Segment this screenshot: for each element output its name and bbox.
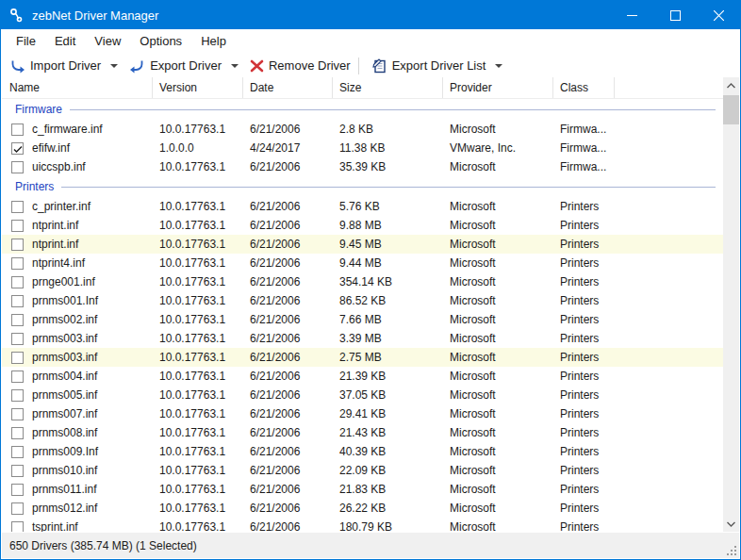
scroll-up-icon[interactable] bbox=[723, 77, 739, 93]
column-header-class[interactable]: Class bbox=[553, 77, 615, 98]
menu-file[interactable]: File bbox=[7, 29, 45, 54]
remove-driver-button[interactable]: Remove Driver bbox=[246, 55, 353, 77]
driver-name: c_firmware.inf bbox=[32, 120, 103, 139]
cell-version: 1.0.0.0 bbox=[153, 139, 243, 157]
row-checkbox[interactable] bbox=[11, 239, 24, 251]
cell-class: Printers bbox=[553, 272, 615, 291]
row-checkbox[interactable] bbox=[11, 502, 24, 515]
cell-size: 86.52 KB bbox=[333, 291, 443, 310]
menu-edit[interactable]: Edit bbox=[45, 29, 85, 54]
cell-size: 5.76 KB bbox=[333, 197, 443, 216]
row-checkbox[interactable] bbox=[11, 124, 24, 136]
cell-version: 10.0.17763.1 bbox=[153, 348, 243, 367]
column-header-row: Name Version Date Size Provider Class bbox=[2, 77, 723, 99]
table-row[interactable]: prnms004.inf10.0.17763.16/21/200621.39 K… bbox=[2, 367, 723, 386]
cell-size: 40.39 KB bbox=[333, 442, 443, 461]
cell-date: 6/21/2006 bbox=[243, 254, 333, 272]
row-checkbox[interactable] bbox=[11, 465, 24, 477]
cell-size: 11.38 KB bbox=[333, 139, 443, 157]
driver-name: prnms007.inf bbox=[32, 404, 97, 423]
scrollbar-thumb[interactable] bbox=[723, 95, 739, 124]
cell-date: 4/24/2017 bbox=[243, 139, 333, 157]
row-checkbox[interactable] bbox=[11, 161, 24, 173]
row-checkbox[interactable] bbox=[11, 333, 24, 345]
maximize-button[interactable] bbox=[653, 1, 697, 29]
table-row[interactable]: c_printer.inf10.0.17763.16/21/20065.76 K… bbox=[2, 197, 723, 216]
cell-name: prnms010.inf bbox=[2, 461, 153, 480]
table-row[interactable]: ntprint4.inf10.0.17763.16/21/20069.44 MB… bbox=[2, 254, 723, 272]
cell-size: 3.39 MB bbox=[333, 329, 443, 348]
table-row[interactable]: ntprint.inf10.0.17763.16/21/20069.88 MBM… bbox=[2, 216, 723, 235]
row-checkbox[interactable] bbox=[11, 371, 24, 383]
row-checkbox[interactable] bbox=[11, 408, 24, 420]
column-header-size[interactable]: Size bbox=[333, 77, 443, 98]
table-row[interactable]: prnms007.inf10.0.17763.16/21/200629.41 K… bbox=[2, 404, 723, 423]
import-driver-dropdown-icon[interactable] bbox=[110, 64, 118, 68]
table-row[interactable]: prnms001.Inf10.0.17763.16/21/200686.52 K… bbox=[2, 291, 723, 310]
table-row[interactable]: prnge001.inf10.0.17763.16/21/2006354.14 … bbox=[2, 272, 723, 291]
row-checkbox[interactable] bbox=[11, 257, 24, 270]
cell-name: prnms003.inf bbox=[2, 329, 153, 348]
row-checkbox[interactable] bbox=[11, 427, 24, 439]
cell-version: 10.0.17763.1 bbox=[153, 291, 243, 310]
cell-size: 21.83 KB bbox=[333, 480, 443, 499]
table-row[interactable]: c_firmware.inf10.0.17763.16/21/20062.8 K… bbox=[2, 120, 723, 139]
row-checkbox[interactable] bbox=[11, 295, 24, 307]
minimize-button[interactable] bbox=[610, 1, 653, 29]
table-row[interactable]: tsprint.inf10.0.17763.16/21/2006180.79 K… bbox=[2, 518, 723, 532]
cell-name: prnms001.Inf bbox=[2, 291, 153, 310]
cell-size: 29.41 KB bbox=[333, 404, 443, 423]
table-row[interactable]: uiccspb.inf10.0.17763.16/21/200635.39 KB… bbox=[2, 157, 723, 176]
row-checkbox[interactable] bbox=[11, 352, 24, 364]
menu-options[interactable]: Options bbox=[130, 29, 191, 54]
row-checkbox[interactable] bbox=[11, 484, 24, 496]
close-button[interactable] bbox=[697, 1, 740, 29]
row-checkbox[interactable] bbox=[11, 276, 24, 288]
table-row[interactable]: prnms005.inf10.0.17763.16/21/200637.05 K… bbox=[2, 386, 723, 404]
cell-size: 9.44 MB bbox=[333, 254, 443, 272]
vertical-scrollbar[interactable] bbox=[723, 77, 739, 532]
resize-grip[interactable] bbox=[725, 544, 737, 556]
row-checkbox[interactable] bbox=[11, 314, 24, 326]
row-checkbox-checked[interactable] bbox=[11, 142, 24, 155]
table-row[interactable]: prnms012.inf10.0.17763.16/21/200626.22 K… bbox=[2, 499, 723, 518]
export-driver-button[interactable]: Export Driver bbox=[125, 55, 223, 77]
row-checkbox[interactable] bbox=[11, 446, 24, 458]
row-checkbox[interactable] bbox=[11, 220, 24, 232]
column-header-name[interactable]: Name bbox=[2, 77, 153, 98]
column-header-version[interactable]: Version bbox=[153, 77, 243, 98]
column-header-provider[interactable]: Provider bbox=[443, 77, 553, 98]
driver-name: prnms010.inf bbox=[32, 461, 97, 480]
table-row[interactable]: prnms008.inf10.0.17763.16/21/200621.43 K… bbox=[2, 423, 723, 442]
cell-size: 37.05 KB bbox=[333, 386, 443, 404]
cell-name: tsprint.inf bbox=[2, 518, 153, 532]
table-row[interactable]: prnms010.inf10.0.17763.16/21/200622.09 K… bbox=[2, 461, 723, 480]
table-row[interactable]: prnms009.Inf10.0.17763.16/21/200640.39 K… bbox=[2, 442, 723, 461]
export-driver-list-dropdown-icon[interactable] bbox=[495, 64, 502, 68]
cell-date: 6/21/2006 bbox=[243, 272, 333, 291]
cell-name: prnms003.inf bbox=[2, 348, 153, 367]
row-checkbox[interactable] bbox=[11, 201, 24, 213]
cell-version: 10.0.17763.1 bbox=[153, 235, 243, 254]
table-row[interactable]: ntprint.inf10.0.17763.16/21/20069.45 MBM… bbox=[2, 235, 723, 254]
cell-date: 6/21/2006 bbox=[243, 518, 333, 532]
export-driver-dropdown-icon[interactable] bbox=[231, 64, 239, 68]
table-row[interactable]: prnms002.inf10.0.17763.16/21/20067.66 MB… bbox=[2, 310, 723, 329]
table-row[interactable]: prnms011.inf10.0.17763.16/21/200621.83 K… bbox=[2, 480, 723, 499]
column-header-date[interactable]: Date bbox=[243, 77, 333, 98]
row-checkbox[interactable] bbox=[11, 521, 24, 533]
row-checkbox[interactable] bbox=[11, 389, 24, 402]
menu-view[interactable]: View bbox=[85, 29, 130, 54]
title-bar[interactable]: zebNet Driver Manager bbox=[1, 1, 740, 29]
cell-name: c_firmware.inf bbox=[2, 120, 153, 139]
cell-name: prnms009.Inf bbox=[2, 442, 153, 461]
scroll-down-icon[interactable] bbox=[723, 516, 739, 532]
table-row[interactable]: prnms003.inf10.0.17763.16/21/20063.39 MB… bbox=[2, 329, 723, 348]
export-driver-list-button[interactable]: Export Driver List bbox=[369, 55, 488, 77]
cell-class: Printers bbox=[553, 423, 615, 442]
table-row[interactable]: prnms003.inf10.0.17763.16/21/20062.75 MB… bbox=[2, 348, 723, 367]
import-driver-button[interactable]: Import Driver bbox=[6, 55, 103, 77]
table-row[interactable]: efifw.inf1.0.0.04/24/201711.38 KBVMware,… bbox=[2, 139, 723, 157]
cell-size: 7.66 MB bbox=[333, 310, 443, 329]
menu-help[interactable]: Help bbox=[191, 29, 236, 54]
